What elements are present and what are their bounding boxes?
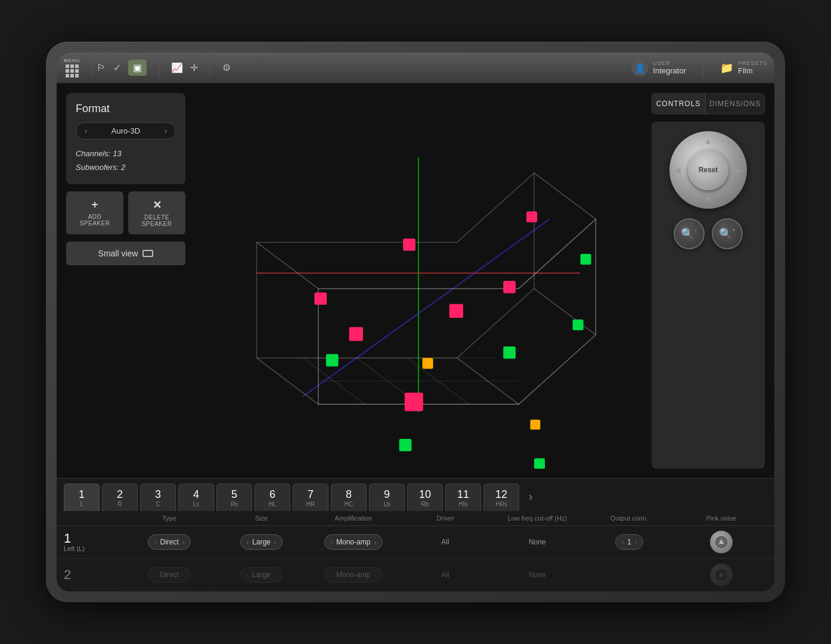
toolbar: MENU 🏳 ✓ ▣ 📈 ✛ ⚙ 👤 [57, 52, 774, 83]
amp-prev-arrow[interactable]: ‹ [331, 539, 333, 546]
toolbar-divider-4 [703, 59, 703, 77]
add-speaker-button[interactable]: + ADDSPEAKER [66, 191, 123, 234]
zoom-in-button[interactable]: 🔍+ [712, 218, 743, 249]
channel-tab-11[interactable]: 11 HIs [445, 484, 481, 511]
tablet-screen: MENU 🏳 ✓ ▣ 📈 ✛ ⚙ 👤 [57, 52, 774, 592]
svg-rect-24 [573, 320, 584, 330]
type-selector[interactable]: ‹ Direct › [148, 534, 191, 550]
row-2-size-cell: ‹ Large › [215, 567, 307, 583]
size-selector-2[interactable]: ‹ Large › [240, 567, 283, 583]
small-view-button[interactable]: Small view [66, 242, 185, 265]
row-1-pinknoise-cell [675, 531, 767, 553]
3d-canvas [195, 93, 642, 469]
format-info: Channels: 13 Subwoofers: 2 [76, 147, 176, 175]
channel-tab-2[interactable]: 2 R [102, 484, 138, 511]
type-next-arrow[interactable]: › [182, 539, 184, 546]
svg-rect-21 [526, 212, 537, 222]
svg-line-5 [256, 358, 318, 404]
3d-view[interactable] [195, 93, 642, 469]
size-next-arrow[interactable]: › [274, 539, 276, 546]
joystick-outer[interactable]: ▲ ▼ ◀ ▶ Reset [669, 131, 747, 209]
channel-tab-7[interactable]: 7 HR [293, 484, 328, 511]
channel-tab-10[interactable]: 10 Rb [407, 484, 443, 511]
svg-rect-29 [531, 420, 541, 430]
amp-next-arrow[interactable]: › [374, 539, 376, 546]
channel-tab-1[interactable]: 1 L [64, 484, 100, 511]
joystick-up-arrow[interactable]: ▲ [704, 136, 712, 145]
joystick-right-arrow[interactable]: ▶ [736, 165, 742, 175]
zoom-out-button[interactable]: 🔍− [674, 218, 705, 249]
right-panel: CONTROLS DIMENSIONS ▲ ▼ ◀ ▶ Reset [652, 93, 765, 469]
row-2-label: 2 [64, 568, 123, 581]
left-panel: Format ‹ Auro-3D › Channels: 13 Subwoofe… [66, 93, 185, 469]
output-prev-arrow[interactable]: ‹ [622, 539, 624, 546]
channel-tab-5[interactable]: 5 Rs [216, 484, 252, 511]
pink-noise-button-2[interactable] [710, 564, 733, 586]
size-selector[interactable]: ‹ Large › [240, 534, 283, 550]
screen-icon[interactable]: ▣ [128, 60, 147, 76]
svg-rect-22 [326, 354, 339, 367]
reset-button[interactable]: Reset [688, 150, 728, 190]
format-title: Format [76, 103, 176, 115]
toolbar-right: 👤 USER Integrator 📁 PRESETS Film [631, 59, 767, 77]
user-section[interactable]: 👤 USER Integrator [631, 60, 686, 76]
user-avatar: 👤 [631, 60, 648, 76]
type-selector-2[interactable]: ‹ Direct › [148, 567, 191, 583]
flag-icon[interactable]: 🏳 [97, 63, 106, 73]
plus-icon: + [92, 199, 98, 211]
channel-tab-4[interactable]: 4 Ls [178, 484, 214, 511]
channel-tab-12[interactable]: 12 HRs [483, 484, 519, 511]
channel-tab-9[interactable]: 9 Lb [369, 484, 405, 511]
cross-icon: ✕ [153, 199, 162, 212]
type-prev-arrow[interactable]: ‹ [154, 539, 156, 546]
row-2-lowfreq-cell: None [491, 571, 583, 579]
lower-section: 1 L 2 R 3 C 4 Ls [57, 478, 774, 592]
move-icon[interactable]: ✛ [190, 62, 198, 73]
svg-rect-23 [503, 346, 516, 359]
svg-rect-20 [403, 239, 415, 251]
format-next-arrow[interactable]: › [165, 127, 167, 135]
row-1-type-cell: ‹ Direct › [123, 534, 215, 550]
format-selector[interactable]: ‹ Auro-3D › [76, 122, 176, 140]
channel-tab-6[interactable]: 6 HL [255, 484, 290, 511]
format-box: Format ‹ Auro-3D › Channels: 13 Subwoofe… [66, 93, 185, 184]
check-icon[interactable]: ✓ [113, 62, 121, 73]
small-view-icon [142, 250, 153, 257]
svg-rect-17 [449, 304, 463, 318]
tab-controls[interactable]: CONTROLS [652, 93, 705, 114]
format-prev-arrow[interactable]: ‹ [85, 127, 87, 135]
tablet-frame: MENU 🏳 ✓ ▣ 📈 ✛ ⚙ 👤 [46, 42, 785, 602]
pink-noise-icon-1 [715, 536, 727, 548]
tab-dimensions[interactable]: DIMENSIONS [705, 93, 765, 114]
table-header: Type Size Amplification Driver Low freq … [57, 511, 774, 526]
menu-button[interactable]: MENU [64, 58, 80, 78]
output-selector[interactable]: ‹ 1 › [615, 534, 643, 550]
joystick-left-arrow[interactable]: ◀ [674, 165, 681, 175]
svg-line-7 [534, 289, 596, 335]
svg-rect-25 [581, 254, 591, 265]
settings-icon[interactable]: ⚙ [222, 62, 231, 73]
folder-icon: 📁 [720, 61, 733, 75]
channel-tab-8[interactable]: 8 HC [331, 484, 367, 511]
svg-rect-18 [503, 281, 516, 293]
row-2-amp-cell: ‹ Mono-amp › [308, 567, 399, 583]
format-value: Auro-3D [111, 126, 140, 135]
size-prev-arrow[interactable]: ‹ [247, 539, 249, 546]
chart-icon[interactable]: 📈 [171, 62, 183, 73]
toolbar-icons: 🏳 ✓ ▣ 📈 ✛ ⚙ [97, 59, 632, 77]
more-channels-button[interactable]: › [522, 490, 539, 506]
controls-tabs: CONTROLS DIMENSIONS [652, 93, 765, 114]
toolbar-divider-3 [210, 59, 210, 77]
output-next-arrow[interactable]: › [635, 539, 637, 546]
svg-rect-15 [405, 393, 423, 411]
joystick-down-arrow[interactable]: ▼ [704, 194, 712, 204]
amp-selector[interactable]: ‹ Mono-amp › [324, 534, 383, 550]
delete-speaker-button[interactable]: ✕ DELETESPEAKER [128, 191, 185, 234]
channel-tab-3[interactable]: 3 C [140, 484, 176, 511]
amp-selector-2[interactable]: ‹ Mono-amp › [324, 567, 383, 583]
row-2-driver-cell: All [399, 571, 491, 579]
pink-noise-button-1[interactable] [710, 531, 733, 553]
table-row: 1 Left (L) ‹ Direct › ‹ Large [57, 526, 774, 559]
preset-section[interactable]: 📁 PRESETS Film [720, 60, 767, 75]
joystick[interactable]: ▲ ▼ ◀ ▶ Reset [669, 131, 747, 209]
